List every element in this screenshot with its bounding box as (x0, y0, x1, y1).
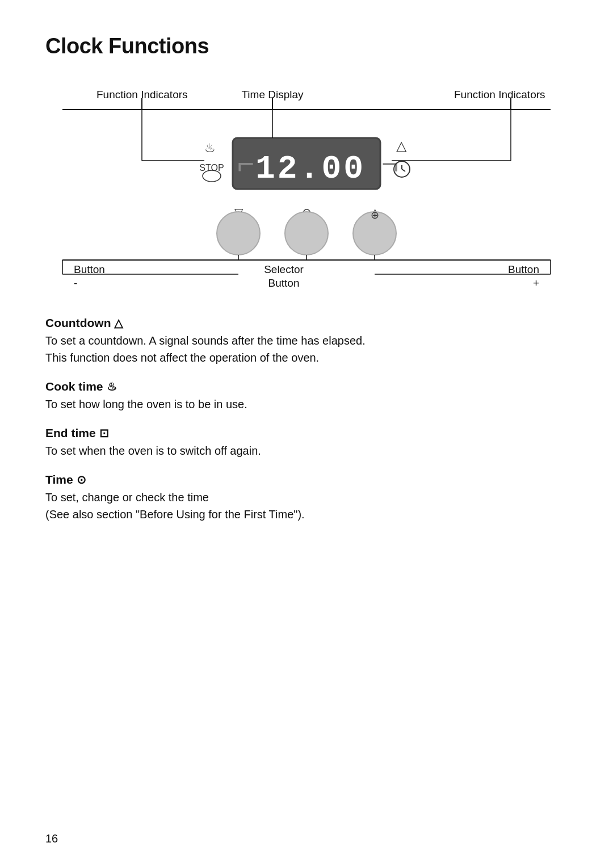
end-time-icon-label: STOP (199, 163, 224, 173)
desc-cook-time: Cook time ♨ To set how long the oven is … (45, 380, 568, 413)
button-right-sub: + (533, 277, 539, 289)
desc-end-time: End time ⊡ To set when the oven is to sw… (45, 426, 568, 459)
countdown-icon: △ (396, 138, 407, 153)
desc-time: Time ⊙ To set, change or check the time(… (45, 473, 568, 523)
plus-indicator: ⊕ (371, 209, 379, 221)
button-center-sub: Button (268, 277, 300, 289)
label-function-indicators-right: Function Indicators (454, 89, 545, 100)
desc-cook-time-title: Cook time ♨ (45, 380, 568, 393)
end-time-title-icon: ⊡ (99, 426, 109, 440)
cook-time-desc-text: To set how long the oven is to be in use… (45, 396, 568, 413)
diagram-section: Function Indicators Time Display Functio… (45, 81, 568, 299)
desc-countdown-title: Countdown △ (45, 316, 568, 330)
desc-countdown: Countdown △ To set a countdown. A signal… (45, 316, 568, 366)
display-digits: 12.00 (255, 150, 366, 187)
countdown-title-icon: △ (114, 316, 123, 330)
desc-time-title: Time ⊙ (45, 473, 568, 487)
desc-end-time-title: End time ⊡ (45, 426, 568, 440)
clock-hand-minute (402, 169, 405, 171)
countdown-desc-text: To set a countdown. A signal sounds afte… (45, 332, 568, 366)
cook-time-title-text: Cook time (45, 380, 103, 393)
cook-time-title-icon: ♨ (107, 380, 117, 393)
cook-time-icon: ♨ (204, 141, 216, 155)
countdown-title-text: Countdown (45, 316, 111, 330)
descriptions-section: Countdown △ To set a countdown. A signal… (45, 316, 568, 523)
button-left-sub: - (74, 277, 77, 289)
button-left-label: Button (74, 263, 105, 275)
end-time-desc-text: To set when the oven is to switch off ag… (45, 442, 568, 459)
page-number: 16 (45, 832, 58, 845)
page-title: Clock Functions (45, 34, 568, 58)
time-title-text: Time (45, 473, 73, 487)
minus-button[interactable] (217, 212, 260, 255)
time-title-icon: ⊙ (77, 473, 86, 487)
bracket-left: ⌐ (237, 147, 254, 180)
diagram-svg: Function Indicators Time Display Functio… (45, 81, 568, 297)
end-time-title-text: End time (45, 426, 96, 440)
time-desc-text: To set, change or check the time(See als… (45, 489, 568, 523)
button-right-label: Button (508, 263, 539, 275)
button-center-label: Selector (264, 263, 304, 275)
selector-button[interactable] (285, 212, 328, 255)
